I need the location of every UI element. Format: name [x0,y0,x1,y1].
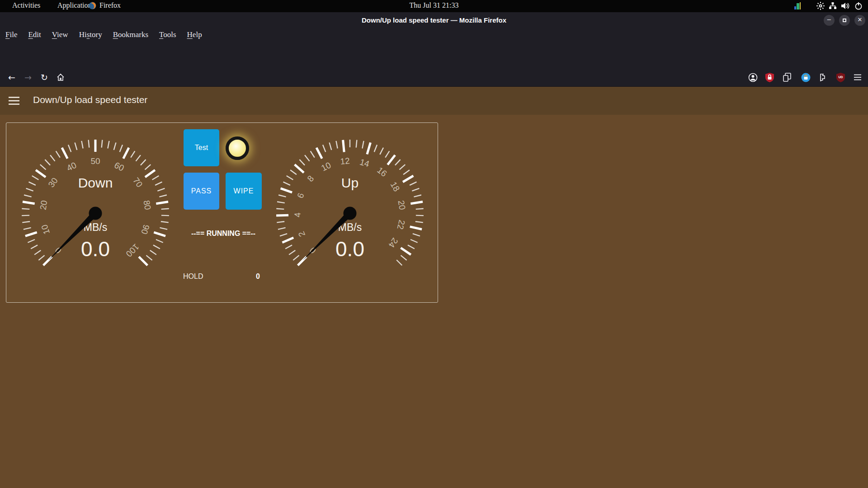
home-icon [57,73,65,81]
test-button[interactable]: Test [184,129,219,166]
minimize-button[interactable]: − [824,15,835,26]
window-titlebar: Down/Up load speed tester — Mozilla Fire… [0,12,868,29]
power-icon[interactable] [854,2,863,10]
close-button[interactable]: ✕ [854,15,865,26]
account-icon[interactable] [747,71,759,83]
dashboard-menu-icon[interactable] [8,96,20,105]
menu-history[interactable]: History [74,29,108,41]
dashboard-page-title: Down/Up load speed tester [33,94,147,105]
up-gauge: 024681012141618202224UpMB/s0.0 [269,132,431,295]
menu-bar: FileEditViewHistoryBookmarksToolsHelp [0,29,868,42]
activities-button[interactable]: Activities [12,1,40,9]
speed-tester-panel: 0102030405060708090100DownMB/s0.0 024681… [6,122,438,303]
svg-text:24: 24 [387,236,400,250]
dashboard-header: Down/Up load speed tester [0,87,868,115]
menu-view[interactable]: View [47,29,74,41]
gnome-top-bar: Activities Applications Firefox Thu Jul … [0,0,868,12]
tab-strip: ‹ › + ⌄ DSMEdgeLogiTL-SHelpProcFromNodeB… [0,42,868,68]
firefox-app-label[interactable]: Firefox [99,1,121,9]
svg-text:40: 40 [65,160,78,173]
svg-text:10: 10 [39,224,52,236]
svg-text:100: 100 [124,242,141,258]
privacy-extension-icon[interactable] [764,71,775,83]
svg-text:18: 18 [388,180,401,193]
menu-help[interactable]: Help [182,29,208,41]
menu-bookmarks[interactable]: Bookmarks [108,29,154,41]
svg-text:14: 14 [359,157,371,169]
svg-text:2: 2 [297,230,307,238]
menu-edit[interactable]: Edit [23,29,46,41]
window-title: Down/Up load speed tester — Mozilla Fire… [0,16,868,24]
firefox-app-icon [89,2,96,11]
blue-extension-icon[interactable] [800,71,811,83]
svg-text:70: 70 [131,176,144,189]
back-button[interactable]: ← [5,71,18,84]
home-button[interactable] [54,71,67,84]
svg-text:UD: UD [838,75,843,79]
extensions-puzzle-icon[interactable] [817,71,829,83]
gauge-title: Down [78,175,113,190]
svg-text:22: 22 [396,219,407,230]
reload-button[interactable]: ↻ [38,71,51,84]
hold-label: HOLD [183,272,203,281]
status-text: --== RUNNING ==-- [178,230,269,238]
svg-text:50: 50 [90,156,100,166]
wipe-button[interactable]: WIPE [226,173,262,210]
hold-value: 0 [256,272,260,281]
ublock-shield-icon[interactable]: UD [835,71,846,83]
svg-text:90: 90 [139,224,151,236]
menu-file[interactable]: File [0,29,23,41]
forward-button[interactable]: → [22,71,34,84]
menu-tools[interactable]: Tools [154,29,182,41]
led-indicator [226,136,249,160]
navigation-toolbar: ← → ↻ http://127.0.0.1:1880/dashboard/pa… [0,68,868,87]
maximize-button[interactable] [839,15,850,26]
settings-gear-icon[interactable] [816,2,825,10]
network-icon[interactable] [829,2,837,10]
svg-text:60: 60 [113,160,125,173]
gauge-title: Up [341,175,359,190]
app-menu-hamburger-icon[interactable] [852,71,863,83]
svg-text:20: 20 [396,200,407,211]
clock[interactable]: Thu Jul 31 21:33 [410,1,459,9]
windows-extension-icon[interactable] [782,71,793,83]
svg-text:8: 8 [306,174,316,183]
down-gauge: 0102030405060708090100DownMB/s0.0 [14,132,177,295]
gauge-hub [89,207,102,220]
svg-text:16: 16 [375,165,389,179]
dashboard-body: 0102030405060708090100DownMB/s0.0 024681… [0,115,868,488]
svg-text:80: 80 [142,200,153,211]
svg-text:4: 4 [292,212,302,218]
svg-text:12: 12 [340,156,350,166]
gauge-value: 0.0 [81,237,110,261]
system-monitor-icon[interactable] [794,2,803,10]
svg-text:30: 30 [46,176,59,189]
maximize-icon [843,19,846,22]
svg-text:6: 6 [295,192,306,199]
svg-text:10: 10 [320,160,332,173]
svg-text:20: 20 [38,200,49,211]
pass-button[interactable]: PASS [184,173,219,210]
gauge-value: 0.0 [335,237,364,261]
volume-icon[interactable] [841,2,849,10]
gauge-hub [344,207,357,220]
